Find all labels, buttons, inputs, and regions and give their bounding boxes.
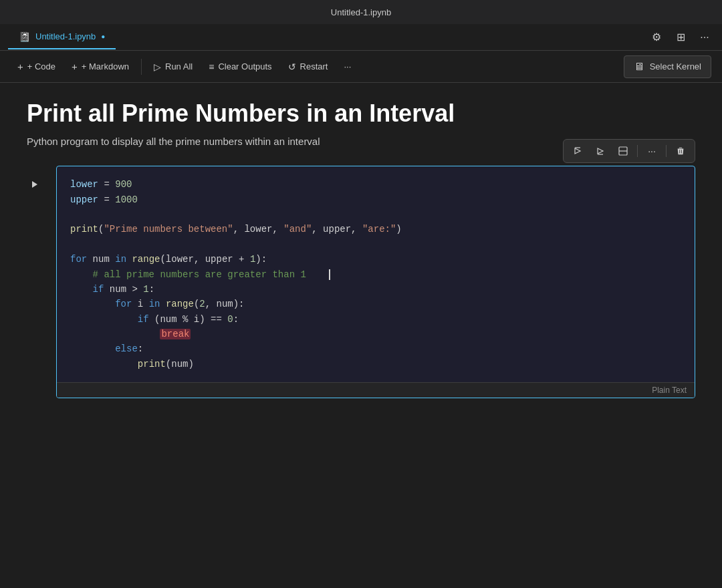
run-all-button[interactable]: ▷ Run All <box>147 56 199 78</box>
cell-toolbar-sep <box>637 145 638 157</box>
tab-label: Untitled-1.ipynb <box>35 31 96 41</box>
cell-more-button[interactable]: ··· <box>642 142 662 160</box>
settings-button[interactable]: ⚙ <box>647 28 666 47</box>
cell-run-button[interactable] <box>27 176 43 192</box>
tab-bar: 📓 Untitled-1.ipynb ● ⚙ ⊞ ··· <box>0 24 722 51</box>
svg-marker-6 <box>32 181 37 188</box>
language-label: Plain Text <box>652 386 687 395</box>
add-code-label: + Code <box>27 61 55 71</box>
delete-cell-button[interactable] <box>671 142 691 160</box>
notebook-title: Print all Prime Numbers in an Interval <box>27 99 695 128</box>
select-kernel-button[interactable]: 🖥 Select Kernel <box>624 55 711 78</box>
toolbar-more-button[interactable]: ··· <box>337 56 358 78</box>
toolbar-separator-1 <box>141 59 142 75</box>
clear-outputs-label: Clear Outputs <box>218 61 271 71</box>
code-cell[interactable]: lower = 900 upper = 1000 print("Prime nu… <box>56 166 695 398</box>
add-markdown-button[interactable]: + + Markdown <box>65 56 136 78</box>
run-above-button[interactable] <box>568 142 588 160</box>
add-code-icon: + <box>17 61 23 72</box>
cell-toolbar-sep2 <box>666 145 667 157</box>
cell-wrapper: ··· lower = 900 upper = 1000 print("Prim… <box>27 166 695 398</box>
split-cell-button[interactable] <box>613 142 633 160</box>
run-all-icon: ▷ <box>154 61 161 72</box>
clear-outputs-button[interactable]: ≡ Clear Outputs <box>202 56 278 78</box>
toolbar-more-label: ··· <box>344 61 351 71</box>
notebook-area: Print all Prime Numbers in an Interval P… <box>0 83 722 588</box>
code-status-bar: Plain Text <box>57 382 695 398</box>
run-all-label: Run All <box>165 61 193 71</box>
add-markdown-icon: + <box>72 61 78 72</box>
run-below-button[interactable] <box>590 142 610 160</box>
add-markdown-label: + Markdown <box>82 61 129 71</box>
tab-modified-dot: ● <box>101 33 105 40</box>
select-kernel-label: Select Kernel <box>650 61 701 71</box>
clear-outputs-icon: ≡ <box>209 61 214 72</box>
tab-bar-actions: ⚙ ⊞ ··· <box>647 28 714 47</box>
svg-marker-0 <box>575 148 580 154</box>
kernel-icon: 🖥 <box>634 61 644 73</box>
tab-untitled[interactable]: 📓 Untitled-1.ipynb ● <box>8 25 116 49</box>
add-code-button[interactable]: + + Code <box>11 56 62 78</box>
cell-gutter <box>27 166 48 192</box>
more-button[interactable]: ··· <box>695 28 714 47</box>
restart-label: Restart <box>300 61 328 71</box>
svg-marker-2 <box>598 148 603 154</box>
notebook-toolbar: + + Code + + Markdown ▷ Run All ≡ Clear … <box>0 51 722 83</box>
restart-button[interactable]: ↺ Restart <box>281 56 335 78</box>
code-content[interactable]: lower = 900 upper = 1000 print("Prime nu… <box>57 166 695 382</box>
tab-file-icon: 📓 <box>19 31 30 42</box>
window-title: Untitled-1.ipynb <box>331 7 391 17</box>
title-bar: Untitled-1.ipynb <box>0 0 722 24</box>
layout-button[interactable]: ⊞ <box>671 28 690 47</box>
cell-toolbar: ··· <box>563 139 695 163</box>
restart-icon: ↺ <box>288 61 296 72</box>
